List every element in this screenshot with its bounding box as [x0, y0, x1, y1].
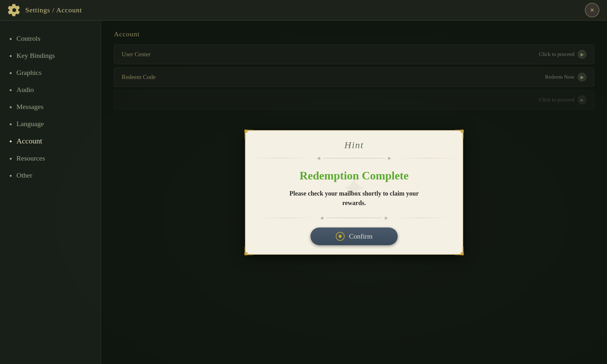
sidebar: Controls Key Bindings Graphics Audio Mes… — [0, 21, 101, 364]
sidebar-item-language[interactable]: Language — [0, 115, 101, 132]
deco-arrow-left: ◀ — [317, 155, 320, 161]
svg-rect-3 — [461, 252, 464, 255]
redemption-description: Please check your mailbox shortly to cla… — [289, 189, 419, 208]
dialog-footer: Confirm — [246, 222, 463, 254]
settings-window: Settings / Account × Controls Key Bindin… — [0, 0, 607, 364]
deco-arrow-right-bottom: ▶ — [385, 215, 388, 221]
confirm-label: Confirm — [349, 232, 373, 240]
sidebar-item-label: Audio — [16, 86, 34, 94]
sidebar-item-resources[interactable]: Resources — [0, 150, 101, 167]
sidebar-item-label: Graphics — [16, 69, 41, 77]
sidebar-item-controls[interactable]: Controls — [0, 30, 101, 47]
sidebar-item-key-bindings[interactable]: Key Bindings — [0, 47, 101, 64]
dialog-title: Hint — [258, 140, 450, 150]
corner-bl — [244, 246, 254, 255]
confirm-button[interactable]: Confirm — [310, 228, 398, 245]
sidebar-item-label: Messages — [16, 103, 44, 111]
svg-rect-0 — [244, 130, 248, 133]
sidebar-item-label: Account — [16, 137, 42, 145]
confirm-icon-inner — [339, 235, 342, 238]
sidebar-item-label: Controls — [16, 34, 40, 43]
corner-tr — [454, 130, 464, 139]
sidebar-item-label: Language — [16, 120, 44, 128]
header-title: Settings / Account — [25, 6, 82, 14]
close-button[interactable]: × — [585, 3, 599, 17]
confirm-icon — [336, 232, 345, 241]
corner-br — [454, 246, 464, 255]
gear-icon — [8, 3, 21, 17]
sidebar-item-label: Key Bindings — [16, 52, 55, 60]
sidebar-item-graphics[interactable]: Graphics — [0, 64, 101, 81]
sidebar-item-other[interactable]: Other — [0, 167, 101, 184]
sidebar-item-messages[interactable]: Messages — [0, 98, 101, 115]
corner-tl — [244, 130, 254, 139]
sidebar-item-account[interactable]: Account — [0, 132, 101, 150]
sidebar-item-label: Other — [16, 171, 32, 179]
sidebar-item-audio[interactable]: Audio — [0, 81, 101, 98]
deco-arrow-right: ▶ — [388, 155, 391, 161]
hint-dialog: Hint ◀ ▶ ✦ Redemption Complete — [245, 130, 463, 255]
deco-line-bottom: ◀ ▶ — [255, 215, 453, 221]
svg-rect-2 — [244, 252, 248, 255]
header-bar: Settings / Account × — [0, 0, 607, 21]
content-area: Account User Center Click to proceed ▶ R… — [101, 21, 607, 364]
deco-arrow-left-bottom: ◀ — [320, 215, 323, 221]
dialog-body: ✦ Redemption Complete Please check your … — [246, 163, 463, 214]
deco-line-top: ◀ ▶ — [246, 155, 463, 161]
svg-rect-1 — [461, 130, 464, 133]
dialog-header: Hint — [246, 131, 463, 154]
dialog-backdrop: Hint ◀ ▶ ✦ Redemption Complete — [101, 21, 607, 364]
main-content: Controls Key Bindings Graphics Audio Mes… — [0, 21, 607, 364]
sidebar-item-label: Resources — [16, 154, 45, 162]
redemption-title: Redemption Complete — [300, 169, 409, 182]
